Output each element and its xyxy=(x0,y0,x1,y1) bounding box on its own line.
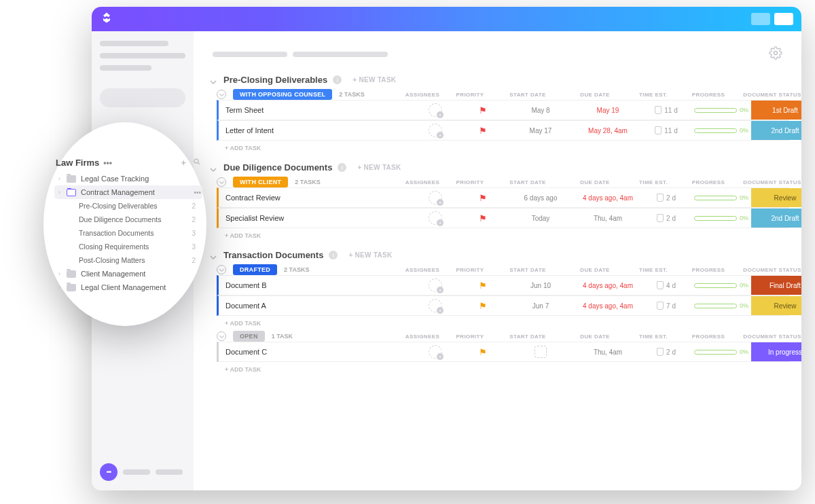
info-icon[interactable]: i xyxy=(333,75,342,84)
window-maximize-button[interactable] xyxy=(774,13,793,25)
priority-flag-icon[interactable]: ⚑ xyxy=(462,193,504,203)
collapse-caret-icon[interactable] xyxy=(210,76,218,84)
due-date[interactable]: 4 days ago, 4am xyxy=(577,194,638,202)
add-space-icon[interactable]: + xyxy=(181,158,186,168)
date-picker-icon[interactable] xyxy=(535,346,547,358)
new-task-link[interactable]: + NEW TASK xyxy=(348,251,392,259)
chat-icon[interactable] xyxy=(100,463,117,481)
task-row[interactable]: Term Sheet ⚑ May 8 May 19 11 d 0% 1st Dr… xyxy=(217,100,789,120)
due-date[interactable]: Thu, 4am xyxy=(577,348,638,356)
assignee-add-icon[interactable] xyxy=(429,124,442,137)
sidebar-item[interactable]: ›Client Management xyxy=(54,267,202,281)
due-date[interactable]: May 19 xyxy=(577,107,638,114)
progress-cell[interactable]: 0% xyxy=(694,107,748,113)
assignee-add-icon[interactable] xyxy=(429,211,442,225)
due-date[interactable]: May 28, 4am xyxy=(577,127,638,134)
add-task-link[interactable]: + ADD TASK xyxy=(206,228,789,243)
start-date[interactable]: Jun 10 xyxy=(507,282,575,289)
assignee-add-icon[interactable] xyxy=(429,191,442,204)
task-name[interactable]: Specialist Review xyxy=(219,214,409,222)
task-name[interactable]: Document A xyxy=(219,302,409,310)
task-row[interactable]: Letter of Intent ⚑ May 17 May 28, 4am 11… xyxy=(217,120,789,141)
task-name[interactable]: Document B xyxy=(219,281,409,289)
document-status[interactable]: In progress xyxy=(751,342,801,361)
task-name[interactable]: Contract Review xyxy=(219,194,409,202)
new-task-link[interactable]: + NEW TASK xyxy=(357,164,401,171)
group-toggle-icon[interactable] xyxy=(217,177,226,187)
add-task-link[interactable]: + ADD TASK xyxy=(206,316,789,331)
more-icon[interactable]: ••• xyxy=(194,189,201,196)
assignee-add-icon[interactable] xyxy=(429,299,442,312)
sidebar-item[interactable]: ›Legal Client Management xyxy=(54,281,202,294)
document-status[interactable]: Review xyxy=(751,296,801,315)
workspace-more-icon[interactable]: ••• xyxy=(103,158,112,168)
time-estimate[interactable]: 11 d xyxy=(641,126,691,134)
collapse-caret-icon[interactable] xyxy=(210,164,218,172)
due-date[interactable]: 4 days ago, 4am xyxy=(577,302,638,310)
status-pill[interactable]: WITH CLIENT xyxy=(233,177,288,187)
due-date[interactable]: 4 days ago, 4am xyxy=(577,282,638,289)
priority-flag-icon[interactable]: ⚑ xyxy=(462,105,504,115)
add-task-link[interactable]: + ADD TASK xyxy=(206,141,789,156)
group-toggle-icon[interactable] xyxy=(217,331,226,341)
priority-flag-icon[interactable]: ⚑ xyxy=(462,301,504,311)
time-estimate[interactable]: 2 d xyxy=(641,214,691,222)
document-status[interactable]: Review xyxy=(751,188,801,207)
due-date[interactable]: Thu, 4am xyxy=(577,215,638,222)
progress-cell[interactable]: 0% xyxy=(694,127,748,134)
search-space-icon[interactable] xyxy=(193,158,201,168)
document-status[interactable]: 2nd Draft xyxy=(751,121,801,140)
window-minimize-button[interactable] xyxy=(751,13,770,25)
collapse-caret-icon[interactable] xyxy=(210,251,218,259)
progress-cell[interactable]: 0% xyxy=(694,302,748,309)
time-estimate[interactable]: 2 d xyxy=(641,194,691,202)
priority-flag-icon[interactable]: ⚑ xyxy=(462,126,504,136)
status-pill[interactable]: DRAFTED xyxy=(233,264,277,275)
document-status[interactable]: 2nd Draft xyxy=(751,209,801,228)
priority-flag-icon[interactable]: ⚑ xyxy=(462,281,504,291)
progress-cell[interactable]: 0% xyxy=(694,215,748,221)
start-date[interactable]: 6 days ago xyxy=(507,194,575,202)
info-icon[interactable]: i xyxy=(338,163,346,172)
sidebar-item[interactable]: ›Contract Management••• xyxy=(54,185,202,199)
sidebar-search-placeholder[interactable] xyxy=(100,88,185,107)
task-name[interactable]: Document C xyxy=(219,348,409,356)
assignee-add-icon[interactable] xyxy=(429,278,442,292)
new-task-link[interactable]: + NEW TASK xyxy=(352,76,396,84)
priority-flag-icon[interactable]: ⚑ xyxy=(462,213,504,223)
progress-cell[interactable]: 0% xyxy=(694,348,748,355)
add-task-link[interactable]: + ADD TASK xyxy=(206,362,789,377)
document-status[interactable]: 1st Draft xyxy=(751,101,801,120)
start-date[interactable]: May 17 xyxy=(507,127,575,134)
task-row[interactable]: Document B ⚑ Jun 10 4 days ago, 4am 4 d … xyxy=(217,275,789,295)
time-estimate[interactable]: 11 d xyxy=(641,106,691,114)
group-toggle-icon[interactable] xyxy=(217,90,226,99)
start-date[interactable]: Today xyxy=(507,215,575,222)
document-status[interactable]: Final Draft xyxy=(751,276,801,295)
sidebar-subitem[interactable]: Transaction Documents3 xyxy=(76,226,202,240)
sidebar-item[interactable]: ›Legal Case Tracking xyxy=(54,172,202,185)
sidebar-subitem[interactable]: Due Diligence Documents2 xyxy=(76,213,202,226)
assignee-add-icon[interactable] xyxy=(429,345,442,359)
task-row[interactable]: Specialist Review ⚑ Today Thu, 4am 2 d 0… xyxy=(217,208,789,228)
sidebar-subitem[interactable]: Post-Closing Matters2 xyxy=(76,253,202,267)
status-pill[interactable]: OPEN xyxy=(233,331,265,342)
info-icon[interactable]: i xyxy=(329,251,338,259)
settings-gear-icon[interactable] xyxy=(769,46,782,62)
time-estimate[interactable]: 7 d xyxy=(641,302,691,310)
start-date[interactable]: Jun 7 xyxy=(507,302,575,310)
time-estimate[interactable]: 2 d xyxy=(641,348,691,356)
task-row[interactable]: Document A ⚑ Jun 7 4 days ago, 4am 7 d 0… xyxy=(217,295,789,316)
group-toggle-icon[interactable] xyxy=(217,265,226,274)
task-name[interactable]: Term Sheet xyxy=(219,106,409,114)
progress-cell[interactable]: 0% xyxy=(694,194,748,201)
task-row[interactable]: Document C ⚑ Thu, 4am 2 d 0% In progress xyxy=(217,342,789,362)
assignee-add-icon[interactable] xyxy=(429,103,442,117)
task-row[interactable]: Contract Review ⚑ 6 days ago 4 days ago,… xyxy=(217,187,789,208)
sidebar-subitem[interactable]: Closing Requirements3 xyxy=(76,240,202,253)
priority-flag-icon[interactable]: ⚑ xyxy=(462,347,504,357)
time-estimate[interactable]: 4 d xyxy=(641,281,691,289)
sidebar-subitem[interactable]: Pre-Closing Deliverables2 xyxy=(76,199,202,213)
task-name[interactable]: Letter of Intent xyxy=(219,126,409,134)
status-pill[interactable]: WITH OPPOSING COUNSEL xyxy=(233,89,332,100)
